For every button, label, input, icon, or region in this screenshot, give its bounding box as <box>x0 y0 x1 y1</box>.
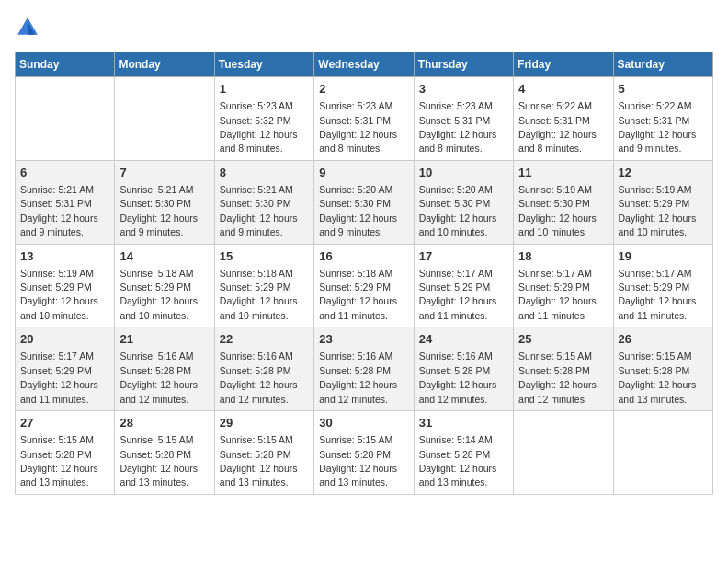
day-number: 19 <box>619 248 708 265</box>
day-number: 28 <box>119 415 209 431</box>
day-info: Sunrise: 5:17 AMSunset: 5:29 PMDaylight:… <box>419 268 497 321</box>
day-info: Sunrise: 5:15 AMSunset: 5:28 PMDaylight:… <box>319 434 397 488</box>
day-info: Sunrise: 5:23 AMSunset: 5:32 PMDaylight:… <box>220 100 298 154</box>
calendar-cell <box>115 77 214 161</box>
weekday-header: Friday <box>514 52 613 77</box>
day-info: Sunrise: 5:20 AMSunset: 5:30 PMDaylight:… <box>319 184 397 237</box>
day-number: 30 <box>319 415 408 431</box>
day-info: Sunrise: 5:15 AMSunset: 5:28 PMDaylight:… <box>518 350 597 404</box>
day-number: 12 <box>619 165 708 181</box>
calendar-table: SundayMondayTuesdayWednesdayThursdayFrid… <box>15 52 713 495</box>
day-number: 26 <box>619 331 708 348</box>
day-info: Sunrise: 5:19 AMSunset: 5:29 PMDaylight:… <box>619 184 697 237</box>
day-info: Sunrise: 5:16 AMSunset: 5:28 PMDaylight:… <box>319 350 397 404</box>
calendar-cell: 9Sunrise: 5:20 AMSunset: 5:30 PMDaylight… <box>314 160 414 244</box>
day-number: 4 <box>518 81 608 98</box>
day-number: 20 <box>20 331 109 348</box>
day-number: 3 <box>419 81 508 98</box>
calendar-cell: 28Sunrise: 5:15 AMSunset: 5:28 PMDayligh… <box>115 411 214 495</box>
day-info: Sunrise: 5:15 AMSunset: 5:28 PMDaylight:… <box>220 434 298 488</box>
calendar-cell: 31Sunrise: 5:14 AMSunset: 5:28 PMDayligh… <box>414 411 513 495</box>
day-info: Sunrise: 5:15 AMSunset: 5:28 PMDaylight:… <box>20 434 98 488</box>
calendar-cell: 24Sunrise: 5:16 AMSunset: 5:28 PMDayligh… <box>414 327 513 411</box>
day-info: Sunrise: 5:23 AMSunset: 5:31 PMDaylight:… <box>419 100 497 154</box>
calendar-cell: 18Sunrise: 5:17 AMSunset: 5:29 PMDayligh… <box>514 244 613 327</box>
calendar-cell: 3Sunrise: 5:23 AMSunset: 5:31 PMDaylight… <box>414 77 513 161</box>
day-info: Sunrise: 5:23 AMSunset: 5:31 PMDaylight:… <box>319 100 397 154</box>
calendar-cell: 21Sunrise: 5:16 AMSunset: 5:28 PMDayligh… <box>115 327 214 411</box>
day-number: 13 <box>20 248 109 265</box>
calendar-cell: 4Sunrise: 5:22 AMSunset: 5:31 PMDaylight… <box>514 77 613 161</box>
day-number: 25 <box>518 331 608 348</box>
calendar-cell: 20Sunrise: 5:17 AMSunset: 5:29 PMDayligh… <box>16 327 115 411</box>
day-info: Sunrise: 5:20 AMSunset: 5:30 PMDaylight:… <box>419 184 497 237</box>
day-info: Sunrise: 5:16 AMSunset: 5:28 PMDaylight:… <box>220 350 298 404</box>
calendar-cell: 2Sunrise: 5:23 AMSunset: 5:31 PMDaylight… <box>314 77 414 161</box>
day-info: Sunrise: 5:15 AMSunset: 5:28 PMDaylight:… <box>619 350 697 404</box>
day-number: 16 <box>319 248 408 265</box>
calendar-cell: 27Sunrise: 5:15 AMSunset: 5:28 PMDayligh… <box>16 411 115 495</box>
weekday-header: Wednesday <box>314 52 414 77</box>
calendar-cell: 29Sunrise: 5:15 AMSunset: 5:28 PMDayligh… <box>214 411 313 495</box>
weekday-header: Saturday <box>613 52 712 77</box>
calendar-cell: 19Sunrise: 5:17 AMSunset: 5:29 PMDayligh… <box>613 244 712 327</box>
day-number: 11 <box>518 165 608 181</box>
day-info: Sunrise: 5:16 AMSunset: 5:28 PMDaylight:… <box>419 350 497 404</box>
day-number: 18 <box>518 248 608 265</box>
day-number: 24 <box>419 331 508 348</box>
weekday-header: Sunday <box>16 52 115 77</box>
day-info: Sunrise: 5:19 AMSunset: 5:30 PMDaylight:… <box>518 184 597 237</box>
calendar-cell: 22Sunrise: 5:16 AMSunset: 5:28 PMDayligh… <box>214 327 313 411</box>
day-info: Sunrise: 5:18 AMSunset: 5:29 PMDaylight:… <box>319 268 397 321</box>
weekday-header: Thursday <box>414 52 513 77</box>
calendar-cell: 17Sunrise: 5:17 AMSunset: 5:29 PMDayligh… <box>414 244 513 327</box>
day-number: 7 <box>119 165 209 181</box>
calendar-cell: 6Sunrise: 5:21 AMSunset: 5:31 PMDaylight… <box>16 160 115 244</box>
day-info: Sunrise: 5:14 AMSunset: 5:28 PMDaylight:… <box>419 434 497 488</box>
calendar-week-row: 13Sunrise: 5:19 AMSunset: 5:29 PMDayligh… <box>16 244 713 327</box>
calendar-cell: 5Sunrise: 5:22 AMSunset: 5:31 PMDaylight… <box>613 77 712 161</box>
calendar-week-row: 27Sunrise: 5:15 AMSunset: 5:28 PMDayligh… <box>16 411 713 495</box>
weekday-header: Tuesday <box>214 52 313 77</box>
day-info: Sunrise: 5:19 AMSunset: 5:29 PMDaylight:… <box>20 268 98 321</box>
logo-icon <box>15 15 40 40</box>
day-number: 15 <box>220 248 309 265</box>
calendar-cell: 30Sunrise: 5:15 AMSunset: 5:28 PMDayligh… <box>314 411 414 495</box>
header-row: SundayMondayTuesdayWednesdayThursdayFrid… <box>16 52 713 77</box>
day-number: 22 <box>220 331 309 348</box>
calendar-cell <box>514 411 613 495</box>
day-info: Sunrise: 5:16 AMSunset: 5:28 PMDaylight:… <box>119 350 198 404</box>
day-info: Sunrise: 5:21 AMSunset: 5:30 PMDaylight:… <box>119 184 198 237</box>
calendar-cell: 13Sunrise: 5:19 AMSunset: 5:29 PMDayligh… <box>16 244 115 327</box>
day-info: Sunrise: 5:17 AMSunset: 5:29 PMDaylight:… <box>20 350 98 404</box>
day-number: 6 <box>20 165 109 181</box>
day-number: 1 <box>220 81 309 98</box>
calendar-cell: 11Sunrise: 5:19 AMSunset: 5:30 PMDayligh… <box>514 160 613 244</box>
calendar-cell: 12Sunrise: 5:19 AMSunset: 5:29 PMDayligh… <box>613 160 712 244</box>
calendar-cell: 14Sunrise: 5:18 AMSunset: 5:29 PMDayligh… <box>115 244 214 327</box>
calendar-cell: 23Sunrise: 5:16 AMSunset: 5:28 PMDayligh… <box>314 327 414 411</box>
day-number: 5 <box>619 81 708 98</box>
day-info: Sunrise: 5:21 AMSunset: 5:31 PMDaylight:… <box>20 184 98 237</box>
calendar-cell <box>613 411 712 495</box>
day-number: 2 <box>319 81 408 98</box>
day-number: 9 <box>319 165 408 181</box>
day-info: Sunrise: 5:21 AMSunset: 5:30 PMDaylight:… <box>220 184 298 237</box>
day-number: 21 <box>119 331 209 348</box>
day-info: Sunrise: 5:22 AMSunset: 5:31 PMDaylight:… <box>619 100 697 154</box>
day-number: 17 <box>419 248 508 265</box>
calendar-cell: 7Sunrise: 5:21 AMSunset: 5:30 PMDaylight… <box>115 160 214 244</box>
calendar-cell: 16Sunrise: 5:18 AMSunset: 5:29 PMDayligh… <box>314 244 414 327</box>
day-number: 27 <box>20 415 109 431</box>
calendar-cell: 15Sunrise: 5:18 AMSunset: 5:29 PMDayligh… <box>214 244 313 327</box>
calendar-week-row: 1Sunrise: 5:23 AMSunset: 5:32 PMDaylight… <box>16 77 713 161</box>
calendar-cell: 8Sunrise: 5:21 AMSunset: 5:30 PMDaylight… <box>214 160 313 244</box>
day-info: Sunrise: 5:18 AMSunset: 5:29 PMDaylight:… <box>119 268 198 321</box>
day-number: 14 <box>119 248 209 265</box>
calendar-cell: 25Sunrise: 5:15 AMSunset: 5:28 PMDayligh… <box>514 327 613 411</box>
day-number: 8 <box>220 165 309 181</box>
day-number: 31 <box>419 415 508 431</box>
weekday-header: Monday <box>115 52 214 77</box>
day-number: 10 <box>419 165 508 181</box>
logo <box>15 15 44 40</box>
